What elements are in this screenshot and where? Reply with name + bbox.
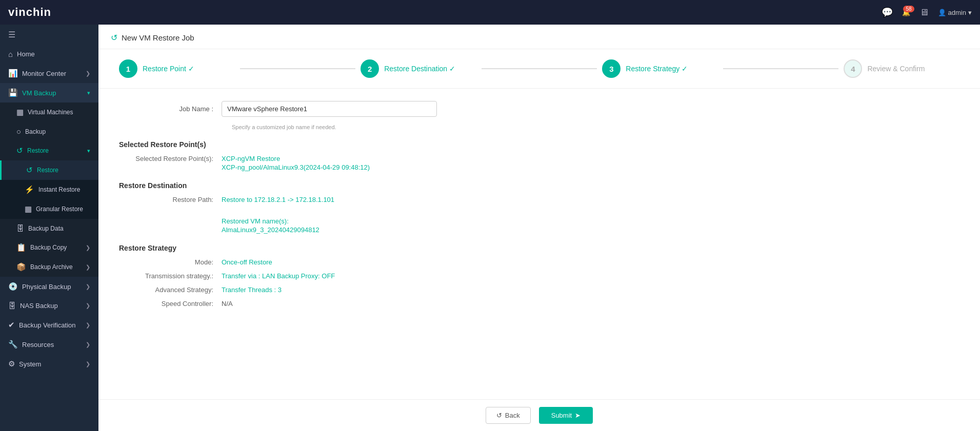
sidebar-item-virtual-machines[interactable]: ▦ Virtual Machines [0, 102, 98, 122]
home-icon: ⌂ [8, 50, 13, 58]
transmission-row: Transmission strategy.: Transfer via : L… [119, 272, 959, 280]
sidebar-label-restore: Restore [37, 167, 90, 174]
page-header-icon: ↺ [111, 33, 117, 43]
section-restore-points: Selected Restore Point(s) [119, 140, 959, 149]
resources-icon: 🔧 [8, 340, 18, 349]
logo: vinchin [8, 6, 51, 19]
backup-icon: ○ [16, 127, 21, 136]
step-circle-1: 1 [119, 59, 137, 78]
nasbk-icon: 🗄 [8, 301, 16, 310]
step-circle-3: 3 [602, 59, 621, 78]
mode-value: Once-off Restore [222, 258, 272, 266]
wizard-steps: 1 Restore Point ✓ 2 Restore Destination … [98, 49, 980, 89]
sidebar-item-restore-parent[interactable]: ↺ Restore ▾ [0, 141, 98, 160]
sidebar-label-instant: Instant Restore [38, 186, 90, 193]
sidebar-label-nas-backup: NAS Backup [20, 302, 82, 310]
step-circle-2: 2 [361, 59, 379, 78]
transmission-label: Transmission strategy.: [119, 272, 222, 280]
sidebar-item-instant-restore[interactable]: ⚡ Instant Restore [0, 180, 98, 199]
transmission-value: Transfer via : LAN Backup Proxy: OFF [222, 272, 335, 280]
step-label-4: Review & Confirm [867, 65, 925, 73]
sidebar-label-backup-data: Backup Data [28, 225, 90, 232]
sidebar-label-virtual-machines: Virtual Machines [28, 109, 90, 116]
restore-icon: ↺ [26, 166, 33, 175]
sidebar-label-backup: Backup [25, 128, 90, 135]
app-body: ☰ ⌂ Home 📊 Monitor Center ❯ 💾 VM Backup … [0, 25, 980, 431]
sidebar-label-granular: Granular Restore [36, 206, 90, 213]
step-sep-1 [240, 68, 356, 69]
sidebar-label-system: System [19, 360, 82, 368]
vmbackup-icon: 💾 [8, 88, 18, 97]
sidebar-label-monitor: Monitor Center [22, 70, 82, 77]
step-circle-4: 4 [844, 59, 862, 78]
restore-point-row: Selected Restore Point(s): XCP-ngVM Rest… [119, 155, 959, 171]
sidebar-label-physical-backup: Physical Backup [22, 283, 82, 291]
notifications-icon[interactable]: 🔔58 [902, 9, 910, 16]
back-button[interactable]: ↺ Back [486, 407, 531, 424]
job-name-row: Job Name : [119, 101, 959, 117]
speed-value: N/A [222, 300, 233, 307]
sidebar-item-backup-archive[interactable]: 📦 Backup Archive ❯ [0, 257, 98, 277]
submit-icon: ➤ [575, 412, 581, 419]
advanced-value: Transfer Threads : 3 [222, 286, 282, 294]
sidebar-sub-vm-backup: ▦ Virtual Machines ○ Backup ↺ Restore ▾ … [0, 102, 98, 277]
step-sep-3 [723, 68, 839, 69]
speed-label: Speed Controller: [119, 300, 222, 307]
bkarchive-icon: 📦 [16, 262, 26, 272]
sidebar: ☰ ⌂ Home 📊 Monitor Center ❯ 💾 VM Backup … [0, 25, 98, 431]
advanced-label: Advanced Strategy: [119, 286, 222, 294]
job-name-input[interactable] [222, 101, 437, 117]
display-icon[interactable]: 🖥 [919, 7, 929, 18]
system-chevron: ❯ [86, 361, 90, 367]
resources-chevron: ❯ [86, 341, 90, 348]
advanced-row: Advanced Strategy: Transfer Threads : 3 [119, 286, 959, 294]
submit-button[interactable]: Submit ➤ [539, 407, 593, 424]
restore-chevron: ▾ [87, 148, 90, 154]
sidebar-item-system[interactable]: ⚙ System ❯ [0, 354, 98, 374]
sidebar-toggle[interactable]: ☰ [0, 25, 98, 45]
physbk-icon: 💿 [8, 282, 18, 291]
sidebar-item-resources[interactable]: 🔧 Resources ❯ [0, 335, 98, 354]
sidebar-label-resources: Resources [22, 341, 82, 348]
step-sep-2 [482, 68, 597, 69]
step-label-3: Restore Strategy ✓ [626, 65, 688, 73]
sidebar-item-restore[interactable]: ↺ Restore [0, 160, 98, 180]
sidebar-label-backup-archive: Backup Archive [30, 263, 82, 271]
sidebar-item-nas-backup[interactable]: 🗄 NAS Backup ❯ [0, 296, 98, 315]
step-label-2: Restore Destination ✓ [384, 65, 455, 73]
bkdata-icon: 🗄 [16, 224, 24, 233]
sidebar-item-physical-backup[interactable]: 💿 Physical Backup ❯ [0, 277, 98, 296]
nasbk-chevron: ❯ [86, 302, 90, 309]
sidebar-item-monitor[interactable]: 📊 Monitor Center ❯ [0, 64, 98, 83]
physbk-chevron: ❯ [86, 283, 90, 290]
vmbackup-chevron: ▾ [87, 90, 90, 96]
section-restore-destination: Restore Destination [119, 181, 959, 190]
sidebar-item-backup-verification[interactable]: ✔ Backup Verification ❯ [0, 315, 98, 335]
sidebar-item-backup-data[interactable]: 🗄 Backup Data [0, 219, 98, 238]
sidebar-label-home: Home [17, 50, 90, 58]
sidebar-item-home[interactable]: ⌂ Home [0, 45, 98, 64]
sidebar-item-backup[interactable]: ○ Backup [0, 122, 98, 141]
sidebar-item-backup-copy[interactable]: 📋 Backup Copy ❯ [0, 238, 98, 257]
sidebar-label-vm-backup: VM Backup [22, 89, 83, 97]
sidebar-item-vm-backup[interactable]: 💾 VM Backup ▾ [0, 83, 98, 102]
restore-point-label: Selected Restore Point(s): [119, 155, 222, 171]
logo-white: chin [26, 6, 51, 18]
admin-menu[interactable]: 👤 admin ▾ [938, 9, 972, 16]
notif-badge-count: 58 [903, 6, 914, 12]
wizard-step-2: 2 Restore Destination ✓ [361, 59, 476, 78]
sidebar-label-backup-verification: Backup Verification [19, 321, 82, 329]
restore-path-row: Restore Path: Restore to 172.18.2.1 -> 1… [119, 196, 959, 234]
job-name-label: Job Name : [119, 105, 222, 113]
bkarchive-chevron: ❯ [86, 264, 90, 271]
sidebar-item-granular-restore[interactable]: ▦ Granular Restore [0, 199, 98, 219]
wizard-step-3: 3 Restore Strategy ✓ [602, 59, 718, 78]
page-footer: ↺ Back Submit ➤ [98, 399, 980, 431]
logo-green: vin [8, 6, 26, 18]
bkverify-icon: ✔ [8, 320, 15, 330]
page-title: New VM Restore Job [122, 33, 194, 42]
messages-icon[interactable]: 💬 [882, 7, 893, 18]
step-label-1: Restore Point ✓ [143, 65, 194, 73]
bkcopy-chevron: ❯ [86, 244, 90, 251]
mode-label: Mode: [119, 258, 222, 266]
